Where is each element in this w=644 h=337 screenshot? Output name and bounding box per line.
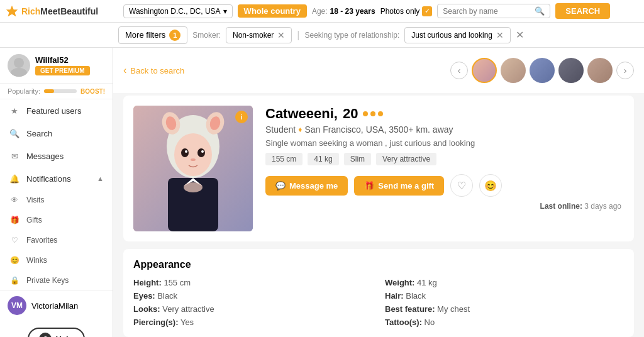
avatar	[8, 54, 30, 77]
user-section: Willfal52 GET PREMIUM	[0, 48, 113, 84]
thumb-2[interactable]	[501, 58, 526, 83]
whole-country-button[interactable]: Whole country	[238, 4, 307, 18]
tattoo-label: Tattoo(s):	[385, 318, 422, 327]
last-online-label: Last online:	[540, 202, 582, 211]
sidebar-item-label: Messages	[26, 152, 64, 161]
search-box: 🔍	[437, 4, 550, 18]
message-icon: ✉	[9, 150, 20, 162]
clear-filters-button[interactable]: ✕	[516, 29, 524, 41]
profile-info: Catweeeni, 20 Student ♦ San Francisco, U…	[265, 106, 624, 231]
best-feature-value: My chest	[437, 304, 470, 314]
tag-height: 155 cm	[265, 153, 303, 165]
more-filters-button[interactable]: More filters 1	[118, 26, 187, 44]
dot-2	[370, 111, 375, 116]
sidebar-item-notifications[interactable]: 🔔 Notifications ▲	[0, 167, 113, 190]
best-feature-row: Best feature: My chest	[385, 304, 624, 314]
thumb-4[interactable]	[558, 58, 584, 83]
photo-badge: i	[235, 111, 248, 123]
smoker-filter-remove[interactable]: ✕	[277, 30, 285, 40]
age-section: Age: 18 - 23 years	[312, 7, 375, 16]
gift-icon: 🎁	[364, 181, 374, 191]
search-icon: 🔍	[535, 6, 545, 16]
svg-point-13	[201, 150, 204, 153]
eye-icon: 👁	[9, 194, 20, 206]
sidebar-item-visits[interactable]: 👁 Visits	[0, 190, 113, 210]
back-to-search[interactable]: ‹ Back to search	[123, 65, 184, 76]
sidebar-item-winks[interactable]: 😊 Winks	[0, 250, 113, 270]
svg-point-10	[181, 148, 189, 157]
main-layout: Willfal52 GET PREMIUM Popularity: BOOST!…	[0, 48, 644, 337]
smoker-filter-label: Smoker:	[192, 31, 221, 40]
sidebar: Willfal52 GET PREMIUM Popularity: BOOST!…	[0, 48, 113, 337]
sidebar-item-label: Search	[26, 129, 52, 138]
bottom-user: VM VictoriaMilan	[0, 290, 113, 320]
best-feature-label: Best feature:	[385, 304, 435, 314]
seeking-filter-remove[interactable]: ✕	[496, 30, 504, 40]
boost-button[interactable]: BOOST!	[80, 88, 105, 95]
thumb-5[interactable]	[587, 58, 613, 83]
chevron-up-icon: ▲	[97, 175, 104, 182]
weight-value: 41 kg	[417, 278, 437, 287]
sidebar-item-featured[interactable]: ★ Featured users	[0, 99, 113, 122]
location-button[interactable]: Washington D.C., DC, USA ▾	[123, 4, 233, 18]
message-button[interactable]: 💬 Message me	[265, 176, 348, 196]
profile-title: Student ♦ San Francisco, USA, 3500+ km. …	[265, 124, 624, 135]
sidebar-item-favorites[interactable]: ♡ Favorites	[0, 230, 113, 250]
profile-photo-placeholder	[133, 106, 253, 231]
logo: RichMeetBeautiful	[5, 4, 118, 18]
wink-button[interactable]: 😊	[479, 174, 502, 197]
sidebar-item-private-keys[interactable]: 🔒 Private Keys	[0, 270, 113, 290]
logo-icon	[5, 4, 19, 18]
age-label: Age:	[312, 7, 328, 16]
profile-status-dots	[363, 111, 383, 116]
help-circle-icon: ?	[39, 333, 52, 337]
last-online: Last online: 3 days ago	[265, 202, 624, 211]
more-filters-label: More filters	[125, 30, 165, 40]
tattoo-row: Tattoo(s): No	[385, 318, 624, 327]
sidebar-item-label: Notifications	[26, 174, 71, 184]
sidebar-item-gifts[interactable]: 🎁 Gifts	[0, 210, 113, 230]
location-pin-icon: ♦	[298, 125, 302, 134]
svg-point-14	[191, 158, 196, 161]
piercing-label: Piercing(s):	[133, 318, 179, 327]
premium-button[interactable]: GET PREMIUM	[35, 66, 90, 75]
bottom-avatar: VM	[8, 296, 26, 315]
seeking-filter-tag: Just curious and looking ✕	[404, 27, 511, 43]
svg-point-1	[14, 58, 24, 68]
sidebar-item-search[interactable]: 🔍 Search	[0, 122, 113, 145]
chevron-down-icon: ▾	[223, 7, 227, 16]
height-label: Height:	[133, 278, 162, 287]
weight-label: Weight:	[385, 278, 414, 287]
help-button[interactable]: ? Help	[28, 328, 84, 337]
tag-build: Slim	[344, 153, 371, 165]
sidebar-sub-label: Visits	[26, 196, 44, 204]
message-label: Message me	[289, 181, 338, 191]
tag-weight: 41 kg	[308, 153, 338, 165]
gift-button[interactable]: 🎁 Send me a gift	[354, 176, 444, 196]
thumb-1[interactable]	[472, 58, 497, 83]
photos-checkbox[interactable]: ✓	[422, 6, 432, 16]
smoker-filter-value: Non-smoker	[233, 31, 274, 40]
last-online-value: 3 days ago	[584, 202, 621, 211]
bell-icon: 🔔	[9, 173, 20, 184]
search-icon: 🔍	[9, 128, 20, 139]
back-arrow-icon: ‹	[123, 65, 126, 76]
search-input[interactable]	[443, 7, 532, 16]
prev-thumb-button[interactable]: ‹	[450, 62, 468, 79]
profile-description: Single woman seeking a woman , just curi…	[265, 138, 624, 148]
message-icon: 💬	[275, 181, 286, 191]
next-thumb-button[interactable]: ›	[616, 62, 634, 79]
looks-label: Looks:	[133, 304, 160, 314]
search-button[interactable]: SEARCH	[555, 3, 610, 19]
bottom-avatar-initials: VM	[11, 301, 23, 310]
thumb-3[interactable]	[530, 58, 555, 83]
popularity-fill	[44, 89, 54, 93]
svg-point-9	[174, 133, 212, 176]
location-text: Washington D.C., DC, USA	[129, 7, 221, 16]
wink-icon: 😊	[9, 255, 20, 266]
name-text: Catweeeni,	[265, 106, 338, 122]
svg-point-2	[11, 68, 27, 77]
like-button[interactable]: ♡	[450, 174, 473, 197]
photos-section: Photos only ✓	[380, 6, 433, 16]
sidebar-item-messages[interactable]: ✉ Messages	[0, 145, 113, 167]
